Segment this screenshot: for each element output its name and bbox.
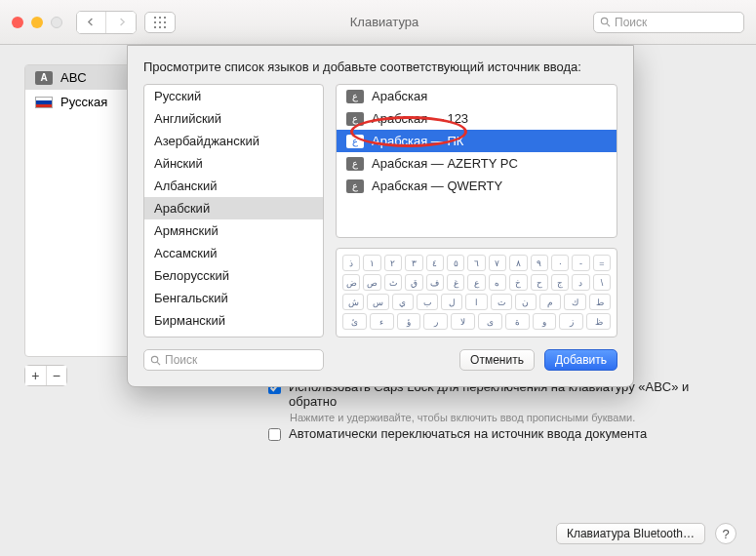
svg-line-10 — [607, 23, 610, 26]
forward-button[interactable] — [106, 12, 136, 33]
show-all-button[interactable] — [144, 12, 176, 33]
minimize-window-button[interactable] — [31, 17, 43, 28]
svg-line-12 — [157, 362, 160, 365]
language-item[interactable]: Азербайджанский — [144, 130, 323, 152]
layout-item[interactable]: عАрабская — [337, 85, 617, 107]
key: لا — [451, 313, 475, 330]
key: ٦ — [467, 255, 485, 271]
arabic-icon: ع — [346, 90, 364, 103]
ru-flag-icon — [35, 97, 53, 108]
language-item[interactable]: Армянский — [144, 219, 323, 242]
key: ٢ — [384, 255, 402, 271]
key: ت — [491, 294, 512, 310]
add-source-button[interactable]: + — [25, 366, 47, 385]
toolbar-search[interactable]: Поиск — [593, 12, 744, 33]
arabic-icon: ع — [346, 135, 364, 148]
search-icon — [600, 17, 611, 27]
layout-item[interactable]: عАрабская — QWERTY — [337, 175, 617, 197]
language-item[interactable]: Белорусский — [144, 264, 323, 287]
cancel-button[interactable]: Отменить — [459, 349, 535, 371]
abc-icon: A — [35, 71, 53, 85]
layout-item[interactable]: عАрабская — AZERTY PC — [337, 152, 617, 175]
key: ٠ — [551, 255, 569, 271]
key: ن — [515, 294, 537, 310]
key: ب — [417, 294, 438, 310]
language-item[interactable]: Ассамский — [144, 242, 323, 264]
key: ح — [531, 274, 548, 291]
key: ر — [423, 313, 448, 330]
close-window-button[interactable] — [12, 17, 23, 28]
add-remove-segmented: + − — [24, 365, 67, 386]
key: ٨ — [509, 255, 527, 271]
window-footer: Клавиатура Bluetooth… ? — [556, 523, 736, 544]
back-button[interactable] — [77, 12, 106, 33]
arabic-icon: ع — [346, 179, 364, 193]
key: ث — [384, 274, 402, 291]
svg-rect-8 — [164, 26, 166, 28]
layout-item[interactable]: عАрабская — ПК — [337, 130, 617, 152]
key: ص — [363, 274, 380, 291]
language-item[interactable]: Бирманский — [144, 309, 323, 332]
title-bar: Клавиатура Поиск — [0, 0, 756, 45]
key: و — [533, 313, 557, 330]
svg-rect-6 — [154, 26, 156, 28]
language-item[interactable]: Арабский — [144, 197, 323, 219]
key: ز — [559, 313, 583, 330]
key: ء — [370, 313, 394, 330]
key: ة — [505, 313, 530, 330]
layout-item[interactable]: عАрабская — 123 — [337, 107, 617, 130]
svg-rect-4 — [159, 21, 161, 23]
keyboard-row: ذ١٢٣٤٥٦٧٨٩٠-= — [342, 255, 611, 271]
bluetooth-keyboard-button[interactable]: Клавиатура Bluetooth… — [556, 523, 705, 544]
key: \ — [593, 274, 611, 291]
key: ي — [392, 294, 414, 310]
svg-rect-1 — [159, 17, 161, 19]
arabic-icon: ع — [346, 112, 364, 126]
svg-point-11 — [151, 356, 157, 362]
key: ك — [564, 294, 585, 310]
svg-rect-0 — [154, 17, 156, 19]
auto-switch-checkbox[interactable] — [268, 428, 281, 441]
key: ٥ — [447, 255, 464, 271]
key: ج — [551, 274, 569, 291]
language-item[interactable]: Русский — [144, 85, 323, 107]
key: ق — [405, 274, 422, 291]
keyboard-row: ضصثقفغعهخحجد\ — [342, 274, 611, 291]
source-label: Русская — [60, 95, 107, 109]
language-item[interactable]: Бенгальский — [144, 287, 323, 309]
keyboard-row: ئءؤرلاىةوزظ — [342, 313, 611, 330]
capslock-hint: Нажмите и удерживайте, чтобы включить вв… — [268, 412, 732, 423]
sheet-search[interactable]: Поиск — [143, 349, 324, 371]
keyboard-preview: ذ١٢٣٤٥٦٧٨٩٠-=ضصثقفغعهخحجد\شسيبلاتنمكطئءؤ… — [336, 248, 617, 338]
key: ف — [426, 274, 444, 291]
key: ط — [589, 294, 611, 310]
remove-source-button[interactable]: − — [47, 366, 67, 385]
language-item[interactable]: Английский — [144, 107, 323, 130]
zoom-window-button[interactable] — [51, 17, 62, 28]
option-auto-switch[interactable]: Автоматически переключаться на источник … — [268, 423, 732, 444]
key: س — [367, 294, 388, 310]
key: خ — [509, 274, 527, 291]
key: ش — [342, 294, 364, 310]
language-item[interactable]: Албанский — [144, 175, 323, 197]
key: ئ — [342, 313, 367, 330]
key: ظ — [586, 313, 611, 330]
help-button[interactable]: ? — [715, 523, 736, 544]
toolbar-search-placeholder: Поиск — [615, 16, 647, 29]
traffic-lights — [12, 17, 62, 28]
svg-point-9 — [601, 18, 607, 23]
key: ٧ — [489, 255, 506, 271]
window-title: Клавиатура — [183, 15, 585, 29]
key: ض — [342, 274, 360, 291]
svg-rect-5 — [164, 21, 166, 23]
key: د — [572, 274, 589, 291]
key: غ — [447, 274, 464, 291]
key: = — [593, 255, 611, 271]
key: م — [539, 294, 561, 310]
language-item[interactable]: Айнский — [144, 152, 323, 175]
search-icon — [150, 355, 161, 366]
add-input-source-sheet: Просмотрите список языков и добавьте соо… — [127, 45, 634, 387]
add-button[interactable]: Добавить — [544, 349, 617, 371]
language-list[interactable]: РусскийАнглийскийАзербайджанскийАйнскийА… — [143, 84, 324, 338]
layout-list[interactable]: عАрабскаяعАрабская — 123عАрабская — ПКعА… — [336, 84, 617, 238]
